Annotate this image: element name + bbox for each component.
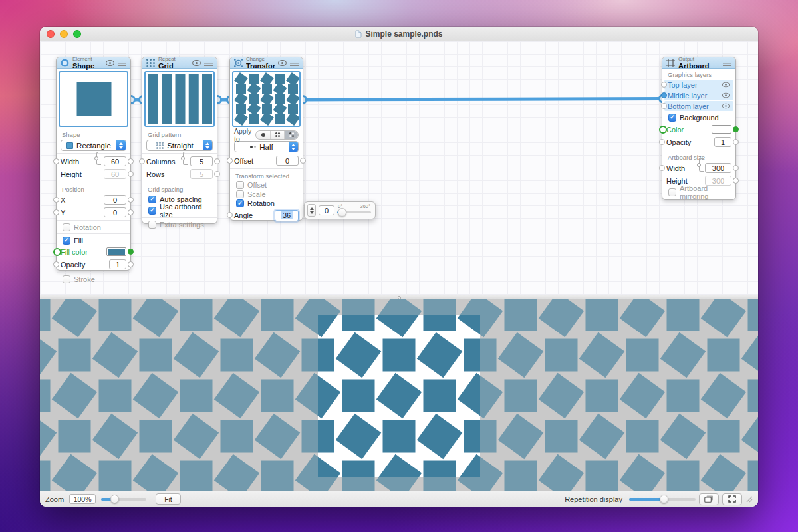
minimize-button[interactable]: [60, 30, 68, 38]
node-shape[interactable]: Element Shape Shape Rectangle Width 60: [56, 57, 131, 271]
output-port[interactable]: [214, 158, 220, 164]
dropdown-stepper[interactable]: [289, 142, 298, 152]
input-port[interactable]: [659, 165, 665, 171]
use-artboard-checkbox[interactable]: [148, 207, 156, 215]
output-port[interactable]: [128, 158, 134, 164]
mirroring-checkbox[interactable]: [668, 188, 676, 196]
apply-to-segmented-control[interactable]: [255, 130, 299, 140]
input-port[interactable]: [139, 158, 145, 164]
node-shape-header[interactable]: Element Shape: [57, 57, 130, 69]
link-bracket[interactable]: [699, 158, 704, 172]
color-output-port[interactable]: [733, 126, 739, 132]
color-input-port[interactable]: [53, 248, 61, 256]
extra-settings-checkbox[interactable]: [148, 221, 156, 229]
fill-checkbox[interactable]: [63, 237, 70, 245]
layer-eye-icon[interactable]: [722, 82, 730, 88]
dropdown-stepper[interactable]: [203, 140, 212, 150]
height-field[interactable]: 60: [104, 169, 126, 179]
color-input-port[interactable]: [659, 126, 667, 134]
angle-popover-field[interactable]: 0: [319, 205, 334, 215]
output-port[interactable]: [128, 209, 134, 215]
grid-pattern-dropdown[interactable]: Straight: [146, 140, 213, 151]
node-editor-canvas[interactable]: Element Shape Shape Rectangle Width 60: [40, 41, 758, 295]
angle-stepper[interactable]: [307, 204, 316, 217]
repetition-toggle-button[interactable]: [699, 493, 719, 505]
input-port[interactable]: [53, 209, 59, 215]
x-field[interactable]: 0: [104, 195, 126, 205]
layer-eye-icon[interactable]: [722, 104, 730, 109]
input-port[interactable]: [53, 158, 59, 164]
output-port[interactable]: [214, 171, 220, 177]
opacity-field[interactable]: 1: [109, 259, 126, 269]
title-bar[interactable]: Simple sample.pnds: [40, 27, 758, 41]
pattern-preview-canvas[interactable]: [40, 299, 758, 491]
segment-each[interactable]: [270, 131, 284, 139]
resize-grip[interactable]: [746, 496, 753, 503]
background-color-swatch[interactable]: [712, 125, 732, 134]
repetition-slider[interactable]: [629, 498, 696, 501]
output-port[interactable]: [128, 197, 134, 203]
output-port[interactable]: [733, 178, 739, 184]
input-port[interactable]: [227, 212, 233, 218]
slider-knob[interactable]: [338, 208, 346, 217]
output-port[interactable]: [733, 165, 739, 171]
node-grid[interactable]: Repeat Grid Grid pattern Straight Column…: [142, 57, 217, 224]
node-transform-header[interactable]: Change Transform: [230, 57, 303, 69]
output-port[interactable]: [128, 261, 134, 267]
angle-field[interactable]: 36: [275, 210, 299, 221]
node-menu-icon[interactable]: [204, 61, 213, 66]
artboard-width-field[interactable]: 300: [705, 163, 732, 173]
auto-spacing-checkbox[interactable]: [148, 196, 156, 203]
node-menu-icon[interactable]: [118, 61, 126, 66]
input-port[interactable]: [53, 197, 59, 203]
link-bracket[interactable]: [183, 152, 188, 165]
slider-knob[interactable]: [110, 495, 119, 503]
background-checkbox[interactable]: [668, 114, 676, 122]
zoom-slider[interactable]: [101, 498, 146, 501]
node-artboard[interactable]: Output Artboard Graphics layers Top laye…: [662, 57, 736, 200]
layer-row-top[interactable]: Top layer: [664, 80, 733, 90]
segment-half[interactable]: [284, 131, 298, 139]
node-transform[interactable]: Change Transform Apply to Half: [229, 57, 303, 221]
rotation-checkbox[interactable]: [236, 200, 244, 207]
zoom-window-button[interactable]: [73, 30, 81, 38]
output-port[interactable]: [300, 158, 306, 164]
node-artboard-header[interactable]: Output Artboard: [662, 57, 735, 69]
layer-eye-icon[interactable]: [722, 93, 730, 98]
offset-checkbox[interactable]: [236, 181, 244, 189]
node-menu-icon[interactable]: [723, 61, 732, 66]
input-port[interactable]: [53, 261, 59, 267]
fit-button[interactable]: Fit: [156, 493, 181, 505]
fullscreen-button[interactable]: [722, 493, 742, 505]
close-button[interactable]: [47, 30, 55, 38]
visibility-eye-icon[interactable]: [106, 60, 114, 66]
input-port[interactable]: [659, 139, 665, 145]
offset-field[interactable]: 0: [276, 156, 299, 166]
rotation-checkbox[interactable]: [63, 223, 70, 231]
color-output-port[interactable]: [128, 249, 134, 255]
pane-divider[interactable]: [40, 295, 758, 299]
layer-row-bottom[interactable]: Bottom layer: [664, 101, 733, 111]
output-port[interactable]: [128, 171, 134, 177]
node-menu-icon[interactable]: [290, 61, 299, 66]
angle-slider[interactable]: [337, 211, 371, 213]
visibility-eye-icon[interactable]: [278, 60, 287, 66]
artboard-height-field[interactable]: 300: [705, 176, 732, 186]
layer-input-port[interactable]: [661, 82, 667, 88]
rows-field[interactable]: 5: [190, 169, 213, 179]
shape-type-dropdown[interactable]: Rectangle: [61, 140, 126, 151]
fill-color-swatch[interactable]: [106, 247, 126, 256]
opacity-field[interactable]: 1: [714, 137, 732, 147]
scale-checkbox[interactable]: [236, 190, 244, 198]
dropdown-stepper[interactable]: [116, 140, 126, 150]
half-dropdown[interactable]: Half: [234, 141, 299, 152]
layer-input-port-connected[interactable]: [661, 92, 667, 98]
columns-field[interactable]: 5: [190, 156, 213, 166]
output-port[interactable]: [733, 139, 739, 145]
zoom-value-field[interactable]: 100%: [69, 494, 96, 504]
layer-input-port[interactable]: [661, 103, 667, 109]
visibility-eye-icon[interactable]: [192, 60, 201, 66]
segment-all[interactable]: [256, 131, 270, 139]
stroke-checkbox[interactable]: [63, 275, 70, 283]
input-port[interactable]: [227, 158, 233, 164]
